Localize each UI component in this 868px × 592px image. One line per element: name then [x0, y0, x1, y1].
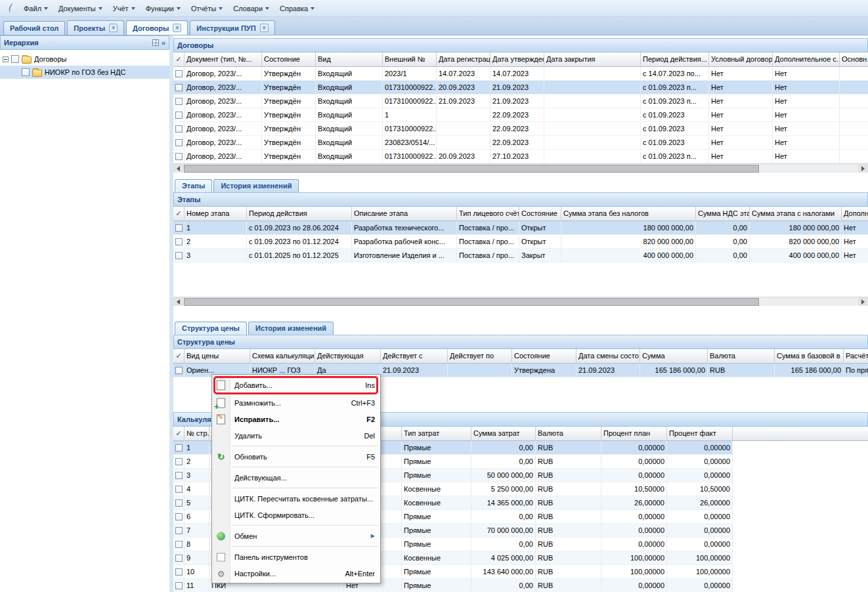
table-row[interactable]: Договор, 2023/...УтверждёнВходящий017310…	[173, 95, 868, 108]
column-header[interactable]: Состояние	[512, 349, 576, 364]
table-row[interactable]: Договор, 2023/...УтверждёнВходящий017310…	[173, 150, 868, 163]
table-row[interactable]: Договор, 2023/...УтверждёнВходящий017310…	[173, 81, 868, 95]
menubar-item[interactable]: Документы	[53, 2, 108, 15]
column-header[interactable]: Внешний №	[383, 53, 437, 67]
column-header[interactable]: Условный договор	[709, 53, 773, 67]
column-header[interactable]: Сумма затрат	[471, 427, 536, 441]
context-menu-item[interactable]: ⚙Настройки...Alt+Enter	[212, 565, 380, 581]
row-checkbox[interactable]	[175, 112, 183, 119]
select-all-column-header[interactable]: ✓	[173, 53, 184, 67]
row-checkbox[interactable]	[175, 568, 183, 576]
column-header[interactable]: Сумма этапа с налогами	[750, 207, 842, 221]
row-checkbox[interactable]	[175, 458, 183, 465]
section-tab[interactable]: Структура цены	[175, 322, 247, 335]
table-row[interactable]: Договор, 2023/...УтверждёнВходящий017310…	[173, 122, 868, 136]
column-header[interactable]: Процент план	[601, 427, 667, 441]
scroll-left-button[interactable]	[173, 297, 183, 306]
table-row[interactable]: Договор, 2023/...УтверждёнВходящий122.09…	[173, 108, 868, 122]
select-all-column-header[interactable]: ✓	[173, 427, 184, 441]
context-menu-item[interactable]: ЦИТК. Сформировать...	[212, 507, 380, 523]
row-checkbox[interactable]	[175, 499, 183, 507]
row-checkbox[interactable]	[175, 367, 183, 374]
column-header[interactable]: Документ (тип, №...	[184, 53, 262, 67]
context-menu-item[interactable]: Обмен▶	[212, 528, 380, 544]
context-menu-item[interactable]: ЦИТК. Пересчитать косвенные затраты...	[212, 490, 380, 507]
row-checkbox[interactable]	[175, 252, 183, 259]
context-menu-item[interactable]: Размножить...Ctrl+F3	[212, 394, 380, 411]
column-header[interactable]: Схема калькуляци	[250, 349, 315, 364]
scrollbar-thumb[interactable]	[184, 298, 759, 306]
menubar-item[interactable]: Функции	[141, 2, 186, 15]
row-checkbox[interactable]	[175, 582, 183, 589]
tab-close-icon[interactable]: ×	[173, 24, 181, 32]
column-header[interactable]: Тип затрат	[402, 427, 471, 441]
column-header[interactable]: Период действия	[247, 207, 352, 221]
tree-expander-icon[interactable]	[3, 56, 9, 62]
context-menu-item[interactable]: ↻ОбновитьF5	[212, 448, 380, 465]
tab-close-icon[interactable]: ×	[109, 24, 118, 32]
section-tab[interactable]: История изменений	[213, 179, 299, 192]
table-row[interactable]: 2с 01.09.2023 по 01.12.2024Разработка ра…	[173, 235, 868, 249]
context-menu-item[interactable]: Добавить...Ins	[212, 376, 380, 394]
row-checkbox[interactable]	[175, 472, 183, 479]
menubar-item[interactable]: Справка	[274, 2, 320, 15]
row-checkbox[interactable]	[175, 513, 183, 520]
tree-checkbox[interactable]	[11, 55, 19, 63]
column-header[interactable]: Вид	[316, 53, 383, 67]
row-checkbox[interactable]	[175, 84, 183, 91]
row-checkbox[interactable]	[175, 555, 183, 562]
table-row[interactable]: 3с 01.01.2025 по 01.12.2025Изготовление …	[173, 249, 868, 263]
column-header[interactable]: Действует по	[448, 349, 512, 364]
column-header[interactable]: Действующая	[315, 349, 381, 364]
table-row[interactable]: Договор, 2023/...УтверждёнВходящий230823…	[173, 136, 868, 150]
column-header[interactable]: Дата утверждения	[490, 53, 544, 67]
column-header[interactable]: Описание этапа	[352, 207, 457, 221]
tree-item[interactable]: Договоры	[0, 53, 169, 66]
row-checkbox[interactable]	[175, 70, 183, 77]
row-checkbox[interactable]	[175, 224, 183, 232]
column-header[interactable]: Вид цены	[184, 349, 250, 364]
column-header[interactable]: Номер этапа	[184, 207, 247, 221]
context-menu-item[interactable]: УдалитьDel	[212, 427, 380, 444]
menubar-item[interactable]: Учёт	[108, 2, 141, 15]
grid-icon[interactable]	[152, 39, 159, 46]
select-all-column-header[interactable]: ✓	[173, 349, 184, 364]
section-tab[interactable]: История изменений	[248, 322, 334, 335]
column-header[interactable]: Сумма этапа без налогов	[561, 207, 696, 221]
scroll-right-button[interactable]	[858, 297, 868, 306]
column-header[interactable]: Основн...	[840, 53, 868, 67]
scroll-left-button[interactable]	[173, 164, 183, 173]
table-row[interactable]: 1с 01.09.2023 по 28.06.2024Разработка те…	[173, 221, 868, 235]
table-row[interactable]: Договор, 2023/...УтверждёнВходящий2023/1…	[173, 67, 868, 81]
column-header[interactable]: Дата закрытия	[544, 53, 641, 67]
row-checkbox[interactable]	[175, 98, 183, 105]
column-header[interactable]: Состояние	[519, 207, 561, 221]
menubar-item[interactable]: Словари	[228, 2, 274, 15]
column-header[interactable]: Период действия...	[641, 53, 709, 67]
row-checkbox[interactable]	[175, 541, 183, 548]
row-checkbox[interactable]	[175, 486, 183, 493]
row-checkbox[interactable]	[175, 139, 183, 146]
tree-checkbox[interactable]	[22, 68, 30, 76]
context-menu-item[interactable]: Исправить...F2	[212, 411, 380, 427]
column-header[interactable]: Валюта	[708, 349, 775, 364]
column-header[interactable]: Состояние	[262, 53, 316, 67]
tree-item[interactable]: НИОКР по ГОЗ без НДС	[0, 66, 169, 79]
column-header[interactable]: Сумма в базовой в	[775, 349, 844, 364]
context-menu-item[interactable]: Действующая...	[212, 469, 380, 486]
scroll-right-button[interactable]	[858, 164, 868, 173]
column-header[interactable]: Расчёт	[844, 349, 868, 364]
column-header[interactable]: Действует с	[381, 349, 448, 364]
column-header[interactable]: Дополн...	[842, 207, 868, 221]
row-checkbox[interactable]	[175, 125, 183, 133]
menubar-item[interactable]: Отчёты	[186, 2, 228, 15]
column-header[interactable]: Дата регистрации	[437, 53, 490, 67]
column-header[interactable]: Тип лицевого счёт	[457, 207, 519, 221]
menubar-item[interactable]: Файл	[18, 2, 53, 15]
context-menu-item[interactable]: Панель инструментов	[212, 549, 380, 565]
row-checkbox[interactable]	[175, 153, 183, 160]
workspace-tab[interactable]: Инструкции ПУП×	[190, 20, 274, 35]
workspace-tab[interactable]: Договоры×	[126, 20, 188, 35]
scrollbar-thumb[interactable]	[184, 165, 759, 173]
horizontal-scrollbar[interactable]	[173, 297, 868, 306]
